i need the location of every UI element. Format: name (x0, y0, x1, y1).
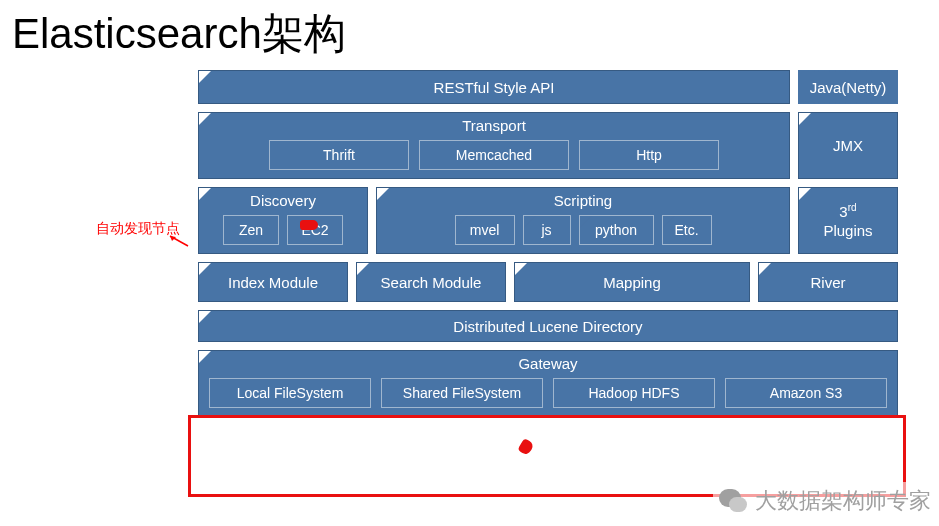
architecture-diagram: RESTful Style API Java(Netty) Transport … (198, 70, 898, 417)
sub-js: js (523, 215, 571, 245)
discovery-label: Discovery (250, 188, 316, 209)
sub-memcached: Memcached (419, 140, 569, 170)
mvel-label: mvel (470, 222, 500, 238)
box-restful-api: RESTful Style API (198, 70, 790, 104)
wechat-watermark: 大数据架构师专家 (713, 482, 939, 520)
plugins-rd: rd (848, 202, 857, 213)
box-index-module: Index Module (198, 262, 348, 302)
zen-label: Zen (239, 222, 263, 238)
jmx-label: JMX (833, 137, 863, 154)
box-java-netty: Java(Netty) (798, 70, 898, 104)
transport-label: Transport (462, 113, 526, 134)
js-label: js (541, 222, 551, 238)
row-transport: Transport Thrift Memcached Http JMX (198, 112, 898, 179)
sub-s3: Amazon S3 (725, 378, 887, 408)
sub-hadoop: Hadoop HDFS (553, 378, 715, 408)
sub-shared-fs: Shared FileSystem (381, 378, 543, 408)
plugins-text: Plugins (823, 222, 872, 239)
box-search-module: Search Module (356, 262, 506, 302)
sub-local-fs: Local FileSystem (209, 378, 371, 408)
box-river: River (758, 262, 898, 302)
row-api: RESTful Style API Java(Netty) (198, 70, 898, 104)
red-arrow-icon (168, 234, 198, 252)
shared-fs-label: Shared FileSystem (403, 385, 521, 401)
sub-thrift: Thrift (269, 140, 409, 170)
hadoop-label: Hadoop HDFS (588, 385, 679, 401)
box-jmx: JMX (798, 112, 898, 179)
local-fs-label: Local FileSystem (237, 385, 344, 401)
wechat-icon (717, 487, 749, 515)
plugins-label-wrap: 3rd Plugins (823, 201, 872, 241)
thrift-label: Thrift (323, 147, 355, 163)
s3-label: Amazon S3 (770, 385, 842, 401)
box-distributed-lucene: Distributed Lucene Directory (198, 310, 898, 342)
red-mark-discovery (300, 220, 318, 230)
plugins-3: 3 (839, 203, 847, 220)
box-3rd-plugins: 3rd Plugins (798, 187, 898, 254)
etc-label: Etc. (674, 222, 698, 238)
sub-zen: Zen (223, 215, 279, 245)
gateway-label: Gateway (518, 351, 577, 372)
wechat-text: 大数据架构师专家 (755, 486, 931, 516)
box-discovery: Discovery Zen EC2 (198, 187, 368, 254)
row-dld: Distributed Lucene Directory (198, 310, 898, 342)
memcached-label: Memcached (456, 147, 532, 163)
scripting-label: Scripting (554, 188, 612, 209)
mapping-label: Mapping (603, 274, 661, 291)
box-gateway: Gateway Local FileSystem Shared FileSyst… (198, 350, 898, 417)
index-module-label: Index Module (228, 274, 318, 291)
sub-http: Http (579, 140, 719, 170)
restful-label: RESTful Style API (434, 79, 555, 96)
box-scripting: Scripting mvel js python Etc. (376, 187, 790, 254)
http-label: Http (636, 147, 662, 163)
row-modules: Index Module Search Module Mapping River (198, 262, 898, 302)
row-gateway: Gateway Local FileSystem Shared FileSyst… (198, 350, 898, 417)
box-transport: Transport Thrift Memcached Http (198, 112, 790, 179)
search-module-label: Search Module (381, 274, 482, 291)
dld-label: Distributed Lucene Directory (453, 318, 642, 335)
river-label: River (810, 274, 845, 291)
sub-mvel: mvel (455, 215, 515, 245)
box-mapping: Mapping (514, 262, 750, 302)
page-title: Elasticsearch架构 (0, 0, 939, 62)
java-netty-label: Java(Netty) (810, 79, 887, 96)
sub-python: python (579, 215, 654, 245)
sub-etc: Etc. (662, 215, 712, 245)
red-mark-gateway (517, 438, 534, 456)
python-label: python (595, 222, 637, 238)
